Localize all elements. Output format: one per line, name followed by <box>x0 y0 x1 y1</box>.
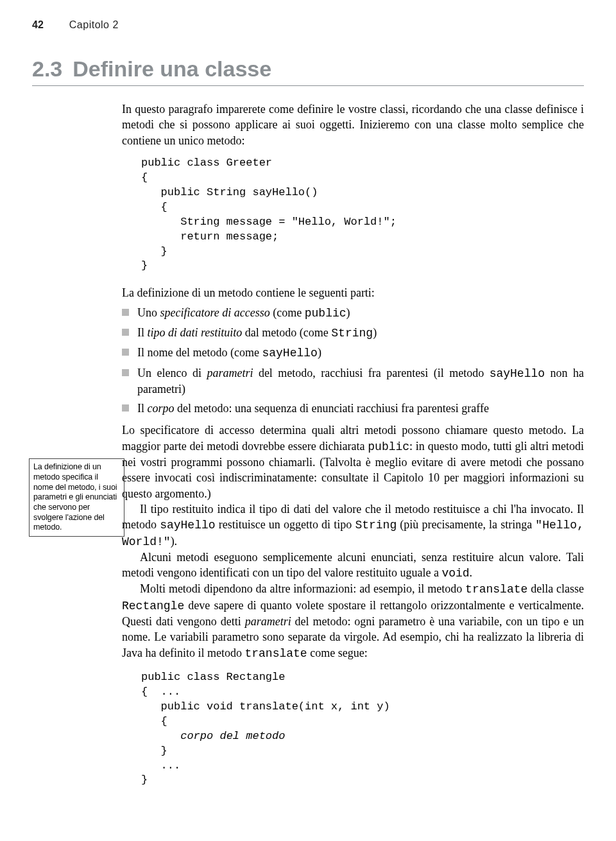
body-column: In questo paragrafo imparerete come defi… <box>122 101 584 788</box>
section-number: 2.3 <box>32 56 62 81</box>
bullet-list: Uno specificatore di accesso (come publi… <box>122 305 584 417</box>
intro-paragraph: In questo paragrafo imparerete come defi… <box>122 101 584 148</box>
section-title: Definire una classe <box>73 56 271 81</box>
page: 42 Capitolo 2 2.3Definire una classe In … <box>0 0 616 825</box>
list-item: Il corpo del metodo: una sequenza di enu… <box>122 401 584 416</box>
code-block-rectangle: public class Rectangle { ... public void… <box>141 670 584 788</box>
list-item: Uno specificatore di accesso (come publi… <box>122 305 584 321</box>
list-item: Il nome del metodo (come sayHello) <box>122 345 584 361</box>
text-with-sidebar: La definizione di un metodo specifica il… <box>122 422 584 661</box>
list-item: Un elenco di parametri del metodo, racch… <box>122 365 584 397</box>
section-heading: 2.3Definire una classe <box>32 56 584 86</box>
page-number: 42 <box>32 19 44 31</box>
code-block-greeter: public class Greeter { public String say… <box>141 156 584 274</box>
chapter-label: Capitolo 2 <box>69 19 119 31</box>
body-paragraph: Lo specificatore di accesso determina qu… <box>122 422 584 661</box>
page-header: 42 Capitolo 2 <box>32 19 584 31</box>
list-item: Il tipo di dati restituito dal metodo (c… <box>122 325 584 341</box>
list-intro: La definizione di un metodo contiene le … <box>122 285 584 300</box>
margin-note: La definizione di un metodo specifica il… <box>29 458 124 536</box>
